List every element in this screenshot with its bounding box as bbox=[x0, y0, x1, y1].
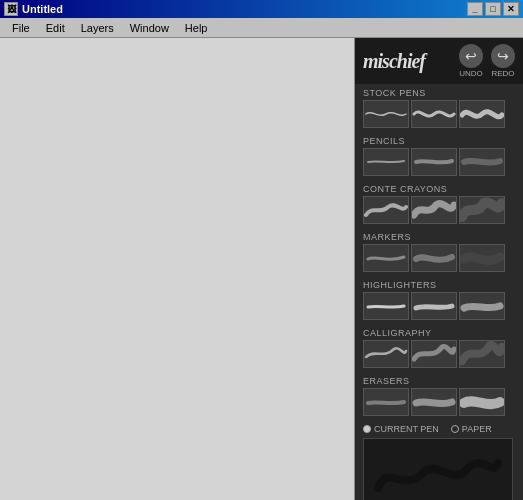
current-pen-option[interactable]: CURRENT PEN bbox=[363, 424, 439, 434]
brush-swatch-pencil2[interactable] bbox=[411, 148, 457, 176]
paper-radio bbox=[451, 425, 459, 433]
brush-swatch-marker3[interactable] bbox=[459, 244, 505, 272]
brush-swatch-eraser2[interactable] bbox=[411, 388, 457, 416]
brush-swatch-eraser3[interactable] bbox=[459, 388, 505, 416]
brush-swatch-hl1[interactable] bbox=[363, 292, 409, 320]
window-controls: _ □ ✕ bbox=[467, 2, 519, 16]
brush-grid-markers bbox=[355, 244, 523, 276]
close-button[interactable]: ✕ bbox=[503, 2, 519, 16]
brush-grid-pencils bbox=[355, 148, 523, 180]
menu-window[interactable]: Window bbox=[122, 20, 177, 36]
app-logo: mischief bbox=[363, 50, 425, 73]
undo-icon: ↩ bbox=[459, 44, 483, 68]
menu-help[interactable]: Help bbox=[177, 20, 216, 36]
title-bar: 🖼 Untitled _ □ ✕ bbox=[0, 0, 523, 18]
pen-preview-stroke bbox=[368, 443, 508, 500]
current-pen-label: CURRENT PEN bbox=[374, 424, 439, 434]
brush-swatch-pen2[interactable] bbox=[411, 100, 457, 128]
brush-grid-calligraphy bbox=[355, 340, 523, 372]
minimize-button[interactable]: _ bbox=[467, 2, 483, 16]
section-label-pencils: PENCILS bbox=[355, 132, 523, 148]
main-layout: mischief ↩ UNDO ↪ REDO STOCK PENSPENCILS… bbox=[0, 38, 523, 500]
brush-swatch-hl2[interactable] bbox=[411, 292, 457, 320]
brush-swatch-hl3[interactable] bbox=[459, 292, 505, 320]
undo-redo-controls: ↩ UNDO ↪ REDO bbox=[459, 44, 515, 78]
brush-swatch-calli2[interactable] bbox=[411, 340, 457, 368]
menu-bar: File Edit Layers Window Help bbox=[0, 18, 523, 38]
brush-swatch-marker2[interactable] bbox=[411, 244, 457, 272]
brush-grid-conte-crayons bbox=[355, 196, 523, 228]
current-pen-radio bbox=[363, 425, 371, 433]
brush-swatch-marker1[interactable] bbox=[363, 244, 409, 272]
current-pen-header: CURRENT PEN PAPER bbox=[363, 424, 515, 434]
title-text: Untitled bbox=[22, 3, 467, 15]
section-label-highlighters: HIGHLIGHTERS bbox=[355, 276, 523, 292]
brush-swatch-eraser1[interactable] bbox=[363, 388, 409, 416]
brush-grid-highlighters bbox=[355, 292, 523, 324]
brush-grid-stock-pens bbox=[355, 100, 523, 132]
undo-button[interactable]: ↩ UNDO bbox=[459, 44, 483, 78]
logo-area: mischief ↩ UNDO ↪ REDO bbox=[355, 38, 523, 84]
brush-swatch-conte2[interactable] bbox=[411, 196, 457, 224]
menu-file[interactable]: File bbox=[4, 20, 38, 36]
title-icon: 🖼 bbox=[4, 2, 18, 16]
menu-edit[interactable]: Edit bbox=[38, 20, 73, 36]
section-label-calligraphy: CALLIGRAPHY bbox=[355, 324, 523, 340]
brush-swatch-conte3[interactable] bbox=[459, 196, 505, 224]
current-pen-section: CURRENT PEN PAPER bbox=[355, 420, 523, 500]
maximize-button[interactable]: □ bbox=[485, 2, 501, 16]
section-label-stock-pens: STOCK PENS bbox=[355, 84, 523, 100]
brush-sections: STOCK PENSPENCILSCONTE CRAYONSMARKERSHIG… bbox=[355, 84, 523, 420]
menu-layers[interactable]: Layers bbox=[73, 20, 122, 36]
brush-swatch-pen1[interactable] bbox=[363, 100, 409, 128]
paper-label: PAPER bbox=[462, 424, 492, 434]
pen-preview bbox=[363, 438, 513, 500]
brush-swatch-pencil1[interactable] bbox=[363, 148, 409, 176]
brush-swatch-pen3[interactable] bbox=[459, 100, 505, 128]
section-label-markers: MARKERS bbox=[355, 228, 523, 244]
brush-swatch-calli1[interactable] bbox=[363, 340, 409, 368]
section-label-conte-crayons: CONTE CRAYONS bbox=[355, 180, 523, 196]
paper-option[interactable]: PAPER bbox=[451, 424, 492, 434]
redo-label: REDO bbox=[491, 69, 514, 78]
brush-swatch-pencil3[interactable] bbox=[459, 148, 505, 176]
brush-swatch-calli3[interactable] bbox=[459, 340, 505, 368]
canvas-area[interactable] bbox=[0, 38, 355, 500]
right-panel: mischief ↩ UNDO ↪ REDO STOCK PENSPENCILS… bbox=[355, 38, 523, 500]
redo-button[interactable]: ↪ REDO bbox=[491, 44, 515, 78]
redo-icon: ↪ bbox=[491, 44, 515, 68]
undo-label: UNDO bbox=[459, 69, 483, 78]
brush-grid-erasers bbox=[355, 388, 523, 420]
section-label-erasers: ERASERS bbox=[355, 372, 523, 388]
brush-swatch-conte1[interactable] bbox=[363, 196, 409, 224]
